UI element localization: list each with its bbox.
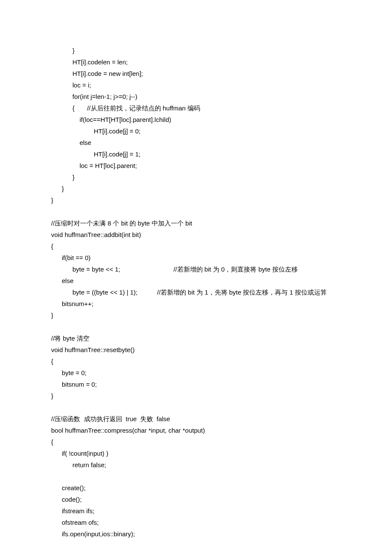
- code-line: }: [51, 309, 341, 321]
- code-line: //压缩时对一个未满 8 个 bit 的 byte 中加入一个 bit: [51, 217, 341, 229]
- code-line: }: [51, 194, 341, 206]
- code-line: byte = 0;: [51, 367, 341, 379]
- code-line: byte = ((byte << 1) | 1); //若新增的 bit 为 1…: [51, 286, 341, 298]
- code-line: ofstream ofs;: [51, 517, 341, 528]
- code-line: HT[i].code[j] = 0;: [51, 125, 341, 137]
- code-line: code();: [51, 494, 341, 505]
- code-line: }: [51, 171, 341, 183]
- code-block: } HT[i].codelen = len; HT[i].code = new …: [51, 45, 341, 540]
- code-line: loc = i;: [51, 79, 341, 91]
- code-line: void huffmanTree::resetbyte(): [51, 344, 341, 356]
- code-line: if( !count(input) ): [51, 448, 341, 459]
- code-line: HT[i].code[j] = 1;: [51, 148, 341, 160]
- code-line: create();: [51, 482, 341, 494]
- code-line: return false;: [51, 459, 341, 471]
- blank-line: [51, 471, 341, 482]
- code-line: {: [51, 436, 341, 448]
- document-page: } HT[i].codelen = len; HT[i].code = new …: [0, 0, 392, 555]
- code-line: void huffmanTree::addbit(int bit): [51, 229, 341, 240]
- code-line: {: [51, 240, 341, 252]
- blank-line: [51, 402, 341, 413]
- code-line: else: [51, 137, 341, 148]
- blank-line: [51, 321, 341, 332]
- code-line: ifstream ifs;: [51, 505, 341, 517]
- code-line: HT[i].codelen = len;: [51, 56, 341, 68]
- code-line: bitsnum = 0;: [51, 379, 341, 390]
- code-line: if(loc==HT[HT[loc].parent].lchild): [51, 114, 341, 125]
- code-line: {: [51, 356, 341, 367]
- code-line: bool huffmanTree::compress(char *input, …: [51, 425, 341, 436]
- code-line: for(int j=len-1; j>=0; j--): [51, 91, 341, 102]
- code-line: //压缩函数 成功执行返回 true 失败 false: [51, 413, 341, 425]
- code-line: if(bit == 0): [51, 252, 341, 263]
- code-line: }: [51, 390, 341, 402]
- code-line: loc = HT[loc].parent;: [51, 160, 341, 171]
- code-line: }: [51, 45, 341, 56]
- code-line: //将 byte 清空: [51, 332, 341, 344]
- code-line: ifs.open(input,ios::binary);: [51, 528, 341, 540]
- code-line: { //从后往前找，记录结点的 huffman 编码: [51, 102, 341, 114]
- code-line: else: [51, 275, 341, 286]
- blank-line: [51, 206, 341, 217]
- code-line: bitsnum++;: [51, 298, 341, 309]
- code-line: }: [51, 183, 341, 194]
- code-line: HT[i].code = new int[len];: [51, 68, 341, 79]
- code-line: byte = byte << 1; //若新增的 bit 为 0，则直接将 by…: [51, 263, 341, 275]
